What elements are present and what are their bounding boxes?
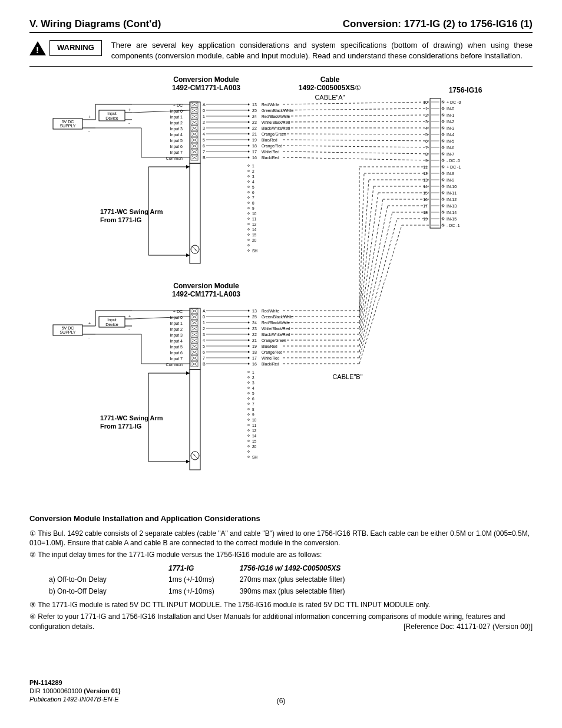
svg-text:16: 16 <box>423 197 428 202</box>
svg-text:+ DC: + DC <box>173 103 183 107</box>
svg-text:4: 4 <box>252 386 254 390</box>
svg-text:Red/Black/White: Red/Black/White <box>262 114 290 118</box>
svg-point-340 <box>248 456 250 458</box>
svg-text:13: 13 <box>252 309 257 313</box>
svg-line-349 <box>359 173 364 317</box>
svg-text:22: 22 <box>252 332 257 337</box>
svg-text:6: 6 <box>425 139 428 143</box>
svg-text:17: 17 <box>423 204 428 208</box>
svg-text:IN-8: IN-8 <box>447 172 454 176</box>
svg-text:15: 15 <box>252 439 257 443</box>
svg-text:5: 5 <box>203 138 205 142</box>
svg-text:Input 7: Input 7 <box>170 150 183 155</box>
svg-text:18: 18 <box>252 144 257 148</box>
svg-text:1: 1 <box>203 114 205 118</box>
svg-text:12: 12 <box>252 222 257 226</box>
svg-text:IN-6: IN-6 <box>447 146 454 150</box>
svg-text:Input 6: Input 6 <box>170 144 183 149</box>
svg-line-235 <box>283 121 429 122</box>
svg-point-127 <box>248 245 250 246</box>
svg-text:23: 23 <box>252 120 257 124</box>
reference-doc: [Reference Doc: 41171-027 (Version 00)] <box>404 622 533 631</box>
svg-text:3: 3 <box>425 120 428 124</box>
svg-text:+ DC: + DC <box>173 309 183 314</box>
svg-line-239 <box>283 146 429 147</box>
warning-block: WARNING There are several key applicatio… <box>29 40 533 67</box>
svg-text:5: 5 <box>203 344 205 348</box>
warning-tag: WARNING <box>29 40 102 56</box>
svg-text:Green/Black/White: Green/Black/White <box>262 315 294 319</box>
svg-text:B: B <box>203 156 206 160</box>
svg-text:20: 20 <box>252 444 257 449</box>
convmod-title: Conversion Module <box>173 75 239 84</box>
svg-text:3: 3 <box>252 381 254 385</box>
svg-text:22: 22 <box>252 126 257 130</box>
svg-point-107 <box>248 192 250 193</box>
svg-text:21: 21 <box>252 338 257 342</box>
svg-point-48 <box>248 116 250 117</box>
svg-point-333 <box>248 435 250 437</box>
svg-text:17: 17 <box>252 150 257 154</box>
svg-text:18: 18 <box>252 350 257 354</box>
svg-text:Conversion Module: Conversion Module <box>173 282 239 290</box>
svg-point-266 <box>248 328 250 330</box>
svg-text:25: 25 <box>252 315 257 319</box>
svg-point-296 <box>248 357 250 359</box>
svg-text:1771-WC Swing Arm: 1771-WC Swing Arm <box>100 414 163 421</box>
svg-text:Red/Black/White: Red/Black/White <box>262 321 290 325</box>
svg-point-125 <box>248 239 250 241</box>
svg-text:5: 5 <box>252 391 254 396</box>
svg-text:Input 0: Input 0 <box>170 315 183 320</box>
svg-text:IN-0: IN-0 <box>447 107 454 111</box>
svg-text:Blue/Red: Blue/Red <box>262 138 277 142</box>
svg-text:8: 8 <box>252 201 254 205</box>
svg-point-105 <box>248 186 250 188</box>
svg-point-60 <box>248 127 250 129</box>
svg-rect-132 <box>430 98 441 228</box>
svg-point-66 <box>248 133 250 135</box>
svg-line-373 <box>359 225 402 364</box>
svg-text:5: 5 <box>252 185 254 189</box>
svg-text:IN-14: IN-14 <box>447 210 457 215</box>
svg-point-309 <box>248 371 250 373</box>
svg-text:+ DC -0: + DC -0 <box>447 100 461 104</box>
svg-point-111 <box>248 202 250 204</box>
delay-table: 1771-IG 1756-IG16 w/ 1492-C005005XS a) O… <box>47 562 369 598</box>
svg-text:Black/White/Red: Black/White/Red <box>262 126 290 130</box>
svg-text:20: 20 <box>252 238 257 242</box>
svg-text:4: 4 <box>203 338 205 342</box>
svg-text:25: 25 <box>252 108 257 113</box>
svg-text:2: 2 <box>252 169 254 173</box>
warning-text: There are several key application consid… <box>111 40 533 61</box>
svg-point-254 <box>248 316 250 318</box>
svg-text:Black/Red: Black/Red <box>262 156 279 160</box>
svg-point-319 <box>248 398 250 400</box>
svg-text:13: 13 <box>252 103 257 107</box>
svg-text:Orange/Green: Orange/Green <box>262 132 286 137</box>
wiring-diagram: 5V DC SUPPLY + - Input Device + - <box>29 75 533 502</box>
svg-point-119 <box>248 223 250 225</box>
svg-text:3: 3 <box>203 126 205 130</box>
svg-text:11: 11 <box>252 423 257 427</box>
svg-text:SH: SH <box>252 249 257 253</box>
svg-point-290 <box>248 351 250 353</box>
svg-text:Input 5: Input 5 <box>170 139 183 143</box>
svg-point-313 <box>248 382 250 384</box>
svg-text:Input 4: Input 4 <box>170 133 183 137</box>
svg-text:Blue/Red: Blue/Red <box>262 344 277 348</box>
svg-point-323 <box>248 409 250 410</box>
svg-line-240 <box>283 151 429 154</box>
svg-text:0: 0 <box>203 315 205 319</box>
svg-text:IN-7: IN-7 <box>447 152 454 156</box>
svg-text:12: 12 <box>423 172 428 176</box>
svg-point-284 <box>248 345 250 347</box>
svg-text:4: 4 <box>252 180 254 184</box>
warning-icon <box>29 41 46 55</box>
svg-text:Black/Red: Black/Red <box>262 362 279 366</box>
svg-text:Red/White: Red/White <box>262 309 280 313</box>
svg-text:IN-2: IN-2 <box>447 120 454 124</box>
svg-point-331 <box>248 430 250 431</box>
svg-text:14: 14 <box>423 185 428 189</box>
svg-text:1: 1 <box>252 164 254 168</box>
svg-line-233 <box>283 108 429 110</box>
